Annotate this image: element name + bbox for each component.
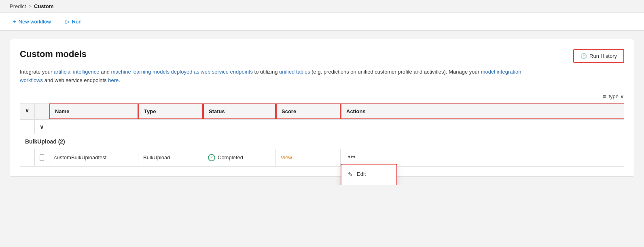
three-dots-icon: ••• — [348, 153, 356, 161]
filter-icon: ≡ — [603, 93, 606, 100]
completed-icon: ✓ — [208, 154, 215, 161]
actions-dropdown: ✎ Edit 🗑 Delete ▷ Run — [341, 164, 397, 185]
main-content: Custom models 🕐 Run History Integrate yo… — [10, 39, 634, 177]
filter-chevron-icon: ∨ — [620, 93, 624, 99]
col-actions: Actions — [341, 103, 624, 119]
plus-icon: + — [13, 19, 16, 25]
history-icon: 🕐 — [580, 53, 587, 59]
col-score: Score — [276, 103, 341, 119]
play-icon: ▷ — [66, 19, 70, 25]
group-row: ∨ BulkUpload (2) — [20, 119, 624, 149]
view-link[interactable]: View — [281, 154, 292, 160]
group-expand-placeholder — [20, 120, 35, 134]
new-workflow-button[interactable]: + New workflow — [10, 17, 54, 26]
breadcrumb: Predict > Custom — [0, 0, 644, 13]
actions-menu-button[interactable]: ••• — [345, 152, 358, 161]
desc-ai-link[interactable]: artificial intelligence — [54, 69, 100, 75]
run-label: Run — [72, 19, 82, 25]
run-history-button[interactable]: 🕐 Run History — [573, 49, 624, 63]
page-header: Custom models 🕐 Run History — [20, 49, 624, 63]
table-row: customBulkUploadtest BulkUpload ✓ Comple… — [20, 149, 624, 167]
group-chevron-icon: ∨ — [40, 124, 44, 130]
row-actions: ••• ✎ Edit 🗑 Delete ▷ Run — [341, 149, 624, 166]
new-workflow-label: New workflow — [19, 19, 51, 25]
page-title: Custom models — [20, 49, 87, 59]
row-checkbox[interactable] — [40, 154, 44, 161]
desc-model-link[interactable]: model — [481, 69, 495, 75]
row-expand — [20, 149, 35, 166]
filter-row: ≡ type ∨ — [20, 93, 624, 100]
toolbar: + New workflow ▷ Run — [0, 13, 644, 31]
col-status: Status — [203, 103, 276, 119]
row-type: BulkUpload — [138, 149, 203, 166]
description-text: Integrate your artificial intelligence a… — [20, 68, 546, 85]
row-status: ✓ Completed — [203, 149, 276, 166]
row-name: customBulkUploadtest — [49, 149, 138, 166]
group-collapse-cell[interactable]: ∨ — [35, 120, 49, 134]
desc-here-link[interactable]: here — [108, 77, 119, 83]
desc-part1: Integrate your — [20, 69, 54, 75]
pencil-icon: ✎ — [348, 171, 353, 177]
breadcrumb-separator: > — [28, 3, 32, 9]
desc-unified-link[interactable]: unified tables — [279, 69, 310, 75]
filter-type-button[interactable]: type ∨ — [608, 93, 624, 99]
col-type: Type — [138, 103, 203, 119]
group-name: BulkUpload (2) — [20, 134, 624, 149]
run-history-label: Run History — [589, 53, 617, 59]
status-completed: ✓ Completed — [208, 154, 243, 161]
col-collapse — [35, 103, 49, 119]
col-name: Name — [49, 103, 138, 119]
breadcrumb-predict[interactable]: Predict — [10, 3, 26, 9]
table-header: ∨ Name Type Status Score Actions — [20, 103, 624, 119]
filter-type-label: type — [608, 93, 619, 99]
edit-label: Edit — [357, 171, 366, 177]
delete-menu-item[interactable]: 🗑 Delete — [341, 182, 396, 185]
row-score: View — [276, 149, 341, 166]
col-expand: ∨ — [20, 103, 35, 119]
run-button[interactable]: ▷ Run — [62, 17, 85, 26]
expand-all-icon[interactable]: ∨ — [25, 108, 29, 114]
row-checkbox-cell[interactable] — [35, 149, 49, 166]
edit-menu-item[interactable]: ✎ Edit — [341, 167, 396, 182]
desc-ml-link[interactable]: machine learning models deployed as web … — [111, 69, 253, 75]
breadcrumb-current: Custom — [34, 3, 53, 9]
